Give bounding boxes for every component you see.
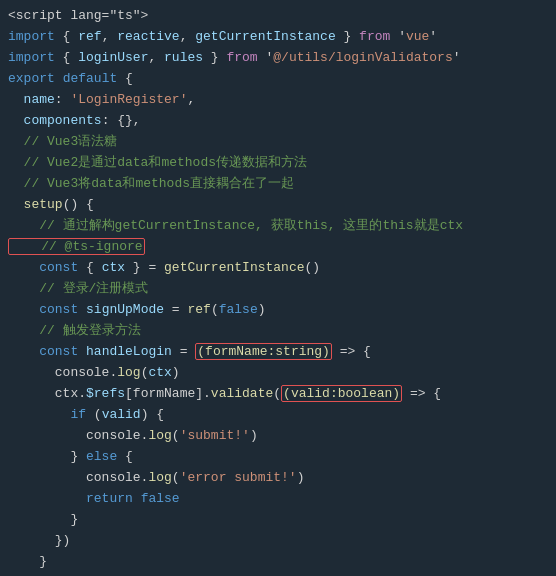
- highlighted-param: (formName:string): [195, 343, 332, 360]
- token: (: [211, 302, 219, 317]
- code-line: console.log('submit!'): [0, 426, 556, 447]
- code-editor: <script lang="ts">import { ref, reactive…: [0, 0, 556, 576]
- token: getCurrentInstance: [195, 29, 335, 44]
- token: [8, 302, 39, 317]
- code-line: const signUpMode = ref(false): [0, 300, 556, 321]
- token: }): [8, 533, 70, 548]
- code-line: // 通过解构getCurrentInstance, 获取this, 这里的th…: [0, 216, 556, 237]
- token: // 触发登录方法: [8, 323, 141, 338]
- token: // 通过解构getCurrentInstance, 获取this, 这里的th…: [8, 218, 463, 233]
- token: ref: [78, 29, 101, 44]
- code-line: // 触发登录方法: [0, 321, 556, 342]
- code-line: import { loginUser, rules } from '@/util…: [0, 48, 556, 69]
- token: handleLogin: [86, 344, 172, 359]
- token: :: [55, 92, 71, 107]
- token: valid: [102, 407, 141, 422]
- token: signUpMode: [86, 302, 164, 317]
- token: () {: [63, 197, 94, 212]
- token: => {: [332, 344, 371, 359]
- token: [formName].: [125, 386, 211, 401]
- code-line: export default {: [0, 69, 556, 90]
- token: @/utils/loginValidators: [273, 50, 452, 65]
- token: const: [39, 344, 78, 359]
- token: [8, 407, 70, 422]
- token: [8, 344, 39, 359]
- token: ,: [180, 29, 196, 44]
- token: const: [39, 302, 78, 317]
- token: ': [258, 50, 274, 65]
- code-line: }: [0, 510, 556, 531]
- ts-ignore-comment: // @ts-ignore: [8, 238, 145, 255]
- token: false: [141, 491, 180, 506]
- code-line: // 登录/注册模式: [0, 279, 556, 300]
- token: import: [8, 50, 55, 65]
- token: log: [148, 428, 171, 443]
- token: 'LoginRegister': [70, 92, 187, 107]
- token: [8, 260, 39, 275]
- token: ctx: [102, 260, 125, 275]
- code-line: setup() {: [0, 195, 556, 216]
- token: log: [117, 365, 140, 380]
- token: (: [172, 470, 180, 485]
- token: const: [39, 260, 78, 275]
- token: =: [172, 344, 195, 359]
- token: ctx: [148, 365, 171, 380]
- token: log: [148, 470, 171, 485]
- code-line: components: {},: [0, 111, 556, 132]
- token: {: [55, 29, 78, 44]
- token: =: [164, 302, 187, 317]
- token: }: [203, 50, 226, 65]
- token: // Vue2是通过data和methods传递数据和方法: [8, 155, 307, 170]
- code-line: if (valid) {: [0, 405, 556, 426]
- token: from: [359, 29, 390, 44]
- code-line: const handleLogin = (formName:string) =>…: [0, 342, 556, 363]
- token: <script lang="ts">: [8, 8, 148, 23]
- token: ,: [148, 50, 164, 65]
- code-line: } else {: [0, 447, 556, 468]
- code-line: }): [0, 531, 556, 552]
- token: [78, 344, 86, 359]
- code-line: console.log(ctx): [0, 363, 556, 384]
- token: {: [78, 260, 101, 275]
- code-line: name: 'LoginRegister',: [0, 90, 556, 111]
- token: getCurrentInstance: [164, 260, 304, 275]
- token: // Vue3语法糖: [8, 134, 117, 149]
- token: if: [70, 407, 86, 422]
- token: console.: [8, 428, 148, 443]
- token: ': [453, 50, 461, 65]
- token: export: [8, 71, 55, 86]
- token: default: [63, 71, 118, 86]
- code-line: // Vue3语法糖: [0, 132, 556, 153]
- token: reactive: [117, 29, 179, 44]
- token: ): [258, 302, 266, 317]
- token: [78, 302, 86, 317]
- code-line: const { ctx } = getCurrentInstance(): [0, 258, 556, 279]
- token: }: [8, 449, 86, 464]
- token: ': [390, 29, 406, 44]
- token: {: [117, 449, 133, 464]
- token: } =: [125, 260, 164, 275]
- code-line: // Vue3将data和methods直接耦合在了一起: [0, 174, 556, 195]
- token: import: [8, 29, 55, 44]
- token: ) {: [141, 407, 164, 422]
- token: console.: [8, 470, 148, 485]
- token: ,: [102, 29, 118, 44]
- token: => {: [402, 386, 441, 401]
- token: {: [55, 50, 78, 65]
- token: (): [305, 260, 321, 275]
- token: loginUser: [78, 50, 148, 65]
- token: // Vue3将data和methods直接耦合在了一起: [8, 176, 294, 191]
- token: rules: [164, 50, 203, 65]
- token: [8, 197, 24, 212]
- token: (: [273, 386, 281, 401]
- token: ': [429, 29, 437, 44]
- token: from: [226, 50, 257, 65]
- code-line: return false: [0, 489, 556, 510]
- token: [133, 491, 141, 506]
- token: [8, 491, 86, 506]
- highlighted-param2: (valid:boolean): [281, 385, 402, 402]
- code-line: import { ref, reactive, getCurrentInstan…: [0, 27, 556, 48]
- token: ctx.: [8, 386, 86, 401]
- token: }: [8, 512, 78, 527]
- token: ,: [187, 92, 195, 107]
